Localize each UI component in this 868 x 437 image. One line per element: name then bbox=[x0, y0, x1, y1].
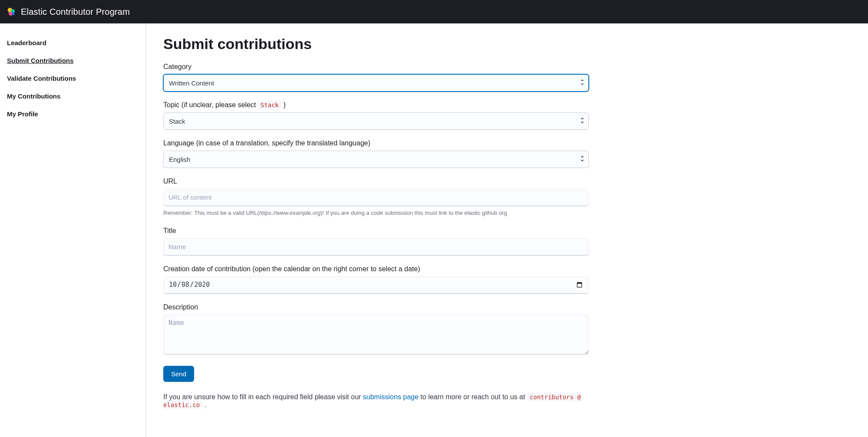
svg-point-3 bbox=[12, 13, 15, 15]
field-language: Language (in case of a translation, spec… bbox=[163, 139, 589, 168]
date-label: Creation date of contribution (open the … bbox=[163, 265, 589, 273]
main-content: Submit contributions Category Written Co… bbox=[146, 23, 868, 437]
sidebar-item-submit-contributions[interactable]: Submit Contributions bbox=[7, 52, 139, 69]
field-topic: Topic (if unclear, please select Stack )… bbox=[163, 101, 589, 130]
description-textarea[interactable] bbox=[163, 315, 589, 355]
topic-label-code: Stack bbox=[258, 101, 281, 109]
sidebar-item-my-contributions[interactable]: My Contributions bbox=[7, 87, 139, 105]
page-title: Submit contributions bbox=[163, 36, 589, 53]
submissions-page-link[interactable]: submissions page bbox=[363, 393, 419, 401]
top-bar: Elastic Contributor Program bbox=[0, 0, 868, 23]
language-label: Language (in case of a translation, spec… bbox=[163, 139, 589, 147]
date-input[interactable] bbox=[163, 276, 589, 294]
elastic-logo-icon bbox=[6, 7, 17, 17]
sidebar-item-my-profile[interactable]: My Profile bbox=[7, 105, 139, 123]
description-label: Description bbox=[163, 303, 589, 311]
field-title: Title bbox=[163, 227, 589, 256]
language-select[interactable]: English bbox=[163, 151, 589, 168]
topic-label: Topic (if unclear, please select Stack ) bbox=[163, 101, 589, 109]
url-input[interactable] bbox=[163, 189, 589, 206]
topic-select[interactable]: Stack bbox=[163, 112, 589, 130]
send-button[interactable]: Send bbox=[163, 366, 194, 382]
category-label: Category bbox=[163, 63, 589, 71]
field-category: Category Written Content bbox=[163, 63, 589, 92]
url-label: URL bbox=[163, 177, 589, 185]
field-date: Creation date of contribution (open the … bbox=[163, 265, 589, 294]
sidebar-item-leaderboard[interactable]: Leaderboard bbox=[7, 34, 139, 52]
footer-note: If you are unsure how to fill in each re… bbox=[163, 393, 589, 409]
title-label: Title bbox=[163, 227, 589, 235]
brand-title: Elastic Contributor Program bbox=[21, 7, 130, 17]
sidebar-item-validate-contributions[interactable]: Validate Contributions bbox=[7, 69, 139, 87]
title-input[interactable] bbox=[163, 238, 589, 256]
sidebar: Leaderboard Submit Contributions Validat… bbox=[0, 23, 146, 437]
field-description: Description bbox=[163, 303, 589, 356]
url-help-text: Remember: This must be a valid URL(https… bbox=[163, 209, 589, 217]
category-select[interactable]: Written Content bbox=[163, 74, 589, 92]
field-url: URL Remember: This must be a valid URL(h… bbox=[163, 177, 589, 217]
